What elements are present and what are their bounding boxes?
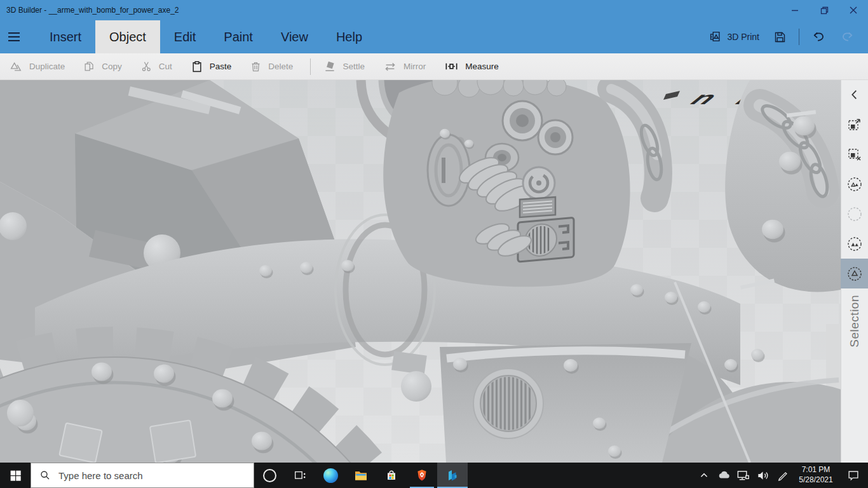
select-multiple-button[interactable]	[841, 229, 868, 259]
collapse-panel-button[interactable]	[841, 80, 868, 109]
action-center-icon	[846, 468, 860, 482]
panel-title: Selection	[848, 295, 862, 348]
3d-viewport[interactable]: n m	[0, 80, 841, 463]
window-title: 3D Builder - __arme_with_bomb_for_power_…	[0, 6, 179, 15]
menu-object[interactable]: Object	[95, 20, 160, 53]
restore-button[interactable]	[810, 0, 839, 20]
select-single-button[interactable]	[841, 259, 868, 288]
start-button[interactable]	[0, 463, 31, 488]
edge-icon	[323, 468, 338, 483]
menubar: Insert Object Edit Paint View Help 3D Pr…	[0, 20, 868, 53]
duplicate-icon	[10, 60, 23, 73]
microsoft-store-icon	[384, 468, 398, 482]
selection-panel: Selection	[841, 80, 868, 463]
file-explorer-icon	[353, 468, 369, 483]
select-remove-icon	[846, 146, 863, 163]
duplicate-button[interactable]: Duplicate	[8, 60, 81, 73]
chevron-up-icon	[697, 468, 711, 482]
menubar-separator	[799, 29, 799, 45]
settle-icon	[323, 60, 336, 73]
taskbar: 7:01 PM 5/28/2021	[0, 463, 868, 488]
search-icon	[39, 470, 51, 481]
close-button[interactable]	[839, 0, 868, 20]
invert-selection-button[interactable]	[841, 169, 868, 199]
action-center-button[interactable]	[841, 468, 865, 484]
invert-selection-icon	[846, 176, 863, 193]
redo-icon	[840, 30, 855, 44]
cortana-icon	[263, 469, 276, 482]
mirror-icon	[383, 60, 397, 74]
taskbar-search[interactable]	[31, 463, 254, 488]
network-icon	[736, 468, 750, 483]
minimize-icon	[791, 6, 799, 14]
onedrive-cloud-icon	[716, 468, 731, 483]
task-view-icon	[293, 468, 307, 482]
undo-button[interactable]	[804, 30, 833, 44]
volume-icon	[756, 468, 770, 483]
onedrive-tray-button[interactable]	[715, 468, 731, 484]
taskbar-store-button[interactable]	[376, 463, 407, 488]
measure-button[interactable]: Measure	[442, 59, 515, 74]
3d-builder-icon	[445, 468, 460, 483]
toolbar-separator	[310, 58, 311, 75]
clock-date: 5/28/2021	[794, 475, 837, 485]
select-add-icon	[846, 116, 863, 133]
show-hidden-icons-button[interactable]	[696, 468, 712, 484]
copy-icon	[83, 60, 95, 72]
delete-icon	[250, 60, 262, 72]
taskbar-file-explorer-button[interactable]	[346, 463, 376, 488]
volume-tray-button[interactable]	[755, 468, 771, 484]
menu-items: Insert Object Edit Paint View Help	[36, 20, 376, 53]
minimize-button[interactable]	[780, 0, 810, 20]
selection-tool-disabled-button[interactable]	[841, 199, 868, 229]
select-single-icon	[846, 266, 863, 282]
delete-button[interactable]: Delete	[247, 60, 309, 72]
menu-edit[interactable]: Edit	[160, 20, 210, 53]
save-button[interactable]	[766, 30, 794, 44]
taskbar-clock[interactable]: 7:01 PM 5/28/2021	[794, 465, 837, 485]
paste-button[interactable]: Paste	[188, 60, 248, 73]
chevron-left-icon	[848, 88, 862, 102]
3d-print-icon	[708, 30, 722, 44]
hamburger-menu-button[interactable]	[0, 20, 29, 53]
menu-help[interactable]: Help	[322, 20, 376, 53]
measure-icon	[444, 59, 459, 74]
menu-paint[interactable]: Paint	[210, 20, 267, 53]
search-input[interactable]	[57, 470, 254, 482]
taskbar-task-view-button[interactable]	[285, 463, 315, 488]
cut-icon	[140, 60, 153, 72]
hamburger-icon	[8, 32, 20, 34]
system-tray: 7:01 PM 5/28/2021	[696, 463, 868, 488]
paste-icon	[191, 60, 203, 73]
3d-print-label: 3D Print	[727, 32, 759, 42]
menubar-right: 3D Print	[701, 20, 868, 53]
undo-icon	[811, 30, 826, 44]
restore-icon	[820, 6, 829, 15]
windows-start-icon	[10, 470, 22, 482]
pen-tray-button[interactable]	[775, 468, 790, 484]
circle-outline-icon	[846, 206, 863, 222]
clock-time: 7:01 PM	[794, 465, 837, 475]
menu-view[interactable]: View	[267, 20, 322, 53]
3d-print-button[interactable]: 3D Print	[701, 30, 766, 44]
cut-button[interactable]: Cut	[138, 60, 188, 72]
menu-insert[interactable]: Insert	[36, 20, 95, 53]
redo-button[interactable]	[833, 30, 862, 44]
select-remove-button[interactable]	[841, 139, 868, 169]
taskbar-3d-builder-button[interactable]	[437, 463, 468, 488]
taskbar-brave-button[interactable]	[407, 463, 437, 488]
taskbar-cortana-button[interactable]	[254, 463, 285, 488]
close-icon	[850, 6, 857, 14]
pen-icon	[776, 468, 790, 482]
network-tray-button[interactable]	[735, 468, 751, 484]
copy-button[interactable]: Copy	[81, 60, 138, 72]
select-multiple-icon	[846, 236, 863, 252]
taskbar-edge-button[interactable]	[315, 463, 346, 488]
settle-button[interactable]: Settle	[321, 60, 381, 73]
save-icon	[773, 30, 787, 44]
titlebar: 3D Builder - __arme_with_bomb_for_power_…	[0, 0, 868, 20]
mirror-button[interactable]: Mirror	[381, 60, 442, 74]
object-toolbar: Duplicate Copy Cut Paste Delete Settle M…	[0, 53, 868, 80]
select-add-button[interactable]	[841, 109, 868, 139]
window-controls	[780, 0, 868, 20]
